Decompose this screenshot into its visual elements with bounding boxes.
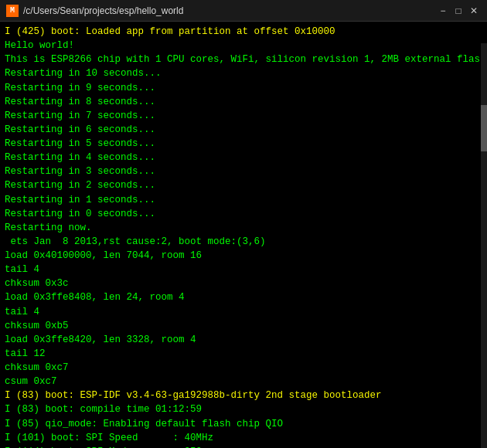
terminal-line: chksum 0xc7 (5, 361, 482, 375)
terminal-line: I (83) boot: ESP-IDF v3.4-63-ga192988b-d… (5, 389, 482, 402)
terminal-line: tail 4 (5, 263, 482, 277)
terminal-line: ets Jan 8 2013,rst cause:2, boot mode:(3… (5, 235, 482, 249)
terminal-line: I (114) boot: SPI Mode : QIO (5, 445, 482, 448)
terminal-line: Restarting in 3 seconds... (5, 165, 482, 178)
window-controls: − □ ✕ (436, 4, 481, 18)
scrollbar-thumb[interactable] (481, 105, 487, 151)
terminal-line: I (83) boot: compile time 01:12:59 (5, 402, 482, 416)
close-button[interactable]: ✕ (467, 4, 481, 18)
terminal-line: Restarting in 10 seconds... (5, 66, 482, 80)
terminal-wrapper: I (425) boot: Loaded app from partition … (0, 22, 487, 448)
terminal-line: tail 4 (5, 305, 482, 319)
window-title: /c/Users/Sean/projects/esp/hello_world (23, 5, 183, 16)
terminal-line: Restarting in 9 seconds... (5, 81, 482, 95)
terminal-line: Restarting now. (5, 221, 482, 235)
terminal-line: I (101) boot: SPI Speed : 40MHz (5, 431, 482, 445)
app-icon: M (6, 5, 19, 17)
terminal-line: chksum 0xb5 (5, 319, 482, 333)
title-bar: M /c/Users/Sean/projects/esp/hello_world… (0, 0, 487, 22)
terminal-line: Restarting in 1 seconds... (5, 193, 482, 207)
scrollbar[interactable] (481, 43, 487, 448)
minimize-button[interactable]: − (436, 4, 450, 18)
terminal-line: load 0x3ffe8420, len 3328, room 4 (5, 333, 482, 347)
terminal-output[interactable]: I (425) boot: Loaded app from partition … (0, 22, 487, 448)
terminal-line: csum 0xc7 (5, 375, 482, 389)
maximize-button[interactable]: □ (451, 4, 465, 18)
terminal-line: Restarting in 7 seconds... (5, 109, 482, 123)
terminal-window: M /c/Users/Sean/projects/esp/hello_world… (0, 0, 487, 448)
terminal-line: Restarting in 5 seconds... (5, 137, 482, 151)
terminal-line: tail 12 (5, 347, 482, 361)
title-bar-left: M /c/Users/Sean/projects/esp/hello_world (6, 5, 183, 17)
terminal-line: Restarting in 4 seconds... (5, 151, 482, 165)
terminal-line: Hello world! (5, 39, 482, 53)
terminal-line: Restarting in 0 seconds... (5, 207, 482, 221)
terminal-line: load 0x40100000, len 7044, room 16 (5, 249, 482, 263)
terminal-line: This is ESP8266 chip with 1 CPU cores, W… (5, 53, 482, 66)
terminal-line: Restarting in 6 seconds... (5, 123, 482, 137)
terminal-line: Restarting in 2 seconds... (5, 178, 482, 192)
terminal-line: Restarting in 8 seconds... (5, 95, 482, 109)
terminal-line: I (85) qio_mode: Enabling default flash … (5, 417, 482, 431)
terminal-line: I (425) boot: Loaded app from partition … (5, 25, 482, 39)
terminal-line: chksum 0x3c (5, 277, 482, 290)
terminal-line: load 0x3ffe8408, len 24, room 4 (5, 290, 482, 304)
